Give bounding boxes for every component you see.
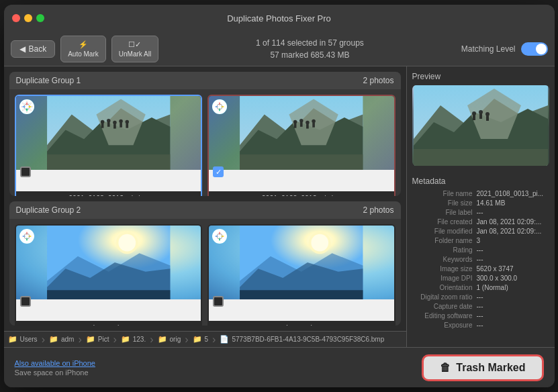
svg-point-15: [19, 99, 34, 114]
metadata-row: Digital zoom ratio ---: [412, 293, 549, 301]
bottom-left: Also available on iPhone Save space on i…: [15, 359, 95, 377]
svg-point-42: [311, 234, 328, 252]
svg-rect-52: [414, 149, 548, 166]
svg-rect-37: [47, 290, 170, 299]
duplicate-group-1: Duplicate Group 1 2 photos: [9, 72, 401, 196]
meta-key: Editing software: [412, 312, 473, 320]
meta-key: Capture date: [412, 303, 473, 310]
photo-preview-svg: [16, 96, 201, 170]
right-panel: Preview: [407, 66, 555, 347]
trash-marked-button[interactable]: 🗑 Trash Marked: [422, 354, 543, 381]
photo-app-icon-4: [212, 229, 227, 244]
meta-value: ---: [477, 256, 549, 263]
titlebar: Duplicate Photos Fixer Pro: [4, 5, 555, 32]
unmark-all-button[interactable]: ☐✓ UnMark All: [111, 36, 158, 62]
duplicate-group-2: Duplicate Group 2 2 photos: [9, 201, 401, 326]
group-1-photos: 2021_0108_0013_pic.jpg Jan 08, 2021 14.6…: [9, 89, 401, 196]
photo-checkbox-3[interactable]: [20, 296, 31, 307]
meta-key: File size: [412, 199, 473, 207]
preview-label: Preview: [412, 72, 549, 81]
photo-item[interactable]: 2021_0108_0013_pic.jpg Jan 08, 2021 14.6…: [15, 95, 203, 196]
svg-rect-54: [473, 115, 475, 120]
meta-value: ---: [477, 322, 549, 329]
photo-white-space: [16, 299, 201, 321]
photo-item[interactable]: sky_sun.jpg Jan 10, 2021: [207, 224, 396, 326]
back-button[interactable]: ◀ Back: [11, 40, 56, 58]
preview-image: [412, 85, 549, 166]
metadata-row: Image DPI 300.0 x 300.0: [412, 275, 549, 282]
metadata-row: Capture date ---: [412, 303, 549, 310]
meta-value: ---: [477, 312, 549, 320]
photo-checkbox-4[interactable]: [213, 296, 224, 307]
meta-value: ---: [477, 209, 549, 216]
photo-item[interactable]: 2021_0108_0013_pic.jpg Jan 08, 2021 14.6…: [207, 95, 396, 196]
svg-rect-45: [240, 290, 363, 299]
svg-rect-56: [479, 113, 482, 119]
meta-value: ---: [477, 246, 549, 254]
metadata-row: File created Jan 08, 2021 02:09:...: [412, 218, 549, 226]
meta-key: File created: [412, 218, 473, 226]
svg-point-30: [212, 99, 227, 114]
meta-value: ---: [477, 293, 549, 301]
folder-icon-adm: 📁: [49, 335, 58, 344]
main-content: Duplicate Group 1 2 photos: [4, 66, 555, 347]
metadata-row: File label ---: [412, 209, 549, 216]
metadata-row: Rating ---: [412, 246, 549, 254]
svg-rect-4: [47, 154, 170, 170]
svg-point-38: [19, 229, 34, 244]
meta-value: 300.0 x 300.0: [477, 275, 549, 282]
photo-white-space: [209, 299, 394, 321]
auto-mark-icon: ⚡: [79, 40, 88, 49]
svg-rect-8: [107, 122, 109, 127]
meta-key: Exposure: [412, 322, 473, 329]
close-button[interactable]: [12, 14, 20, 22]
photo-checkbox-checked[interactable]: ✓: [213, 166, 224, 177]
metadata-rows: File name 2021_0108_0013_pi... File size…: [412, 190, 549, 329]
svg-point-46: [212, 229, 227, 244]
meta-key: Folder name: [412, 237, 473, 244]
photo-item[interactable]: sky_sun.jpg Jan 10, 2021: [15, 224, 203, 326]
toolbar: ◀ Back ⚡ Auto Mark ☐✓ UnMark All 1 of 11…: [4, 32, 555, 66]
toggle-thumb: [536, 44, 547, 54]
photo-app-icon-2: [212, 99, 227, 114]
meta-value: 14.61 MB: [477, 199, 549, 207]
photo-checkbox[interactable]: [20, 166, 31, 177]
meta-value: Jan 08, 2021 02:09:...: [477, 228, 549, 235]
auto-mark-button[interactable]: ⚡ Auto Mark: [60, 36, 106, 62]
svg-rect-10: [113, 124, 116, 128]
photo-app-icon: [19, 99, 34, 114]
iphone-link[interactable]: Also available on iPhone: [15, 359, 95, 367]
meta-key: Orientation: [412, 284, 473, 291]
meta-key: File label: [412, 209, 473, 216]
photo-thumbnail-sun-2: [209, 226, 394, 299]
svg-rect-29: [312, 122, 315, 127]
maximize-button[interactable]: [36, 14, 44, 22]
metadata-row: File modified Jan 08, 2021 02:09:...: [412, 228, 549, 235]
photo-thumbnail: [16, 96, 201, 170]
meta-key: File modified: [412, 228, 473, 235]
svg-point-34: [118, 234, 136, 252]
matching-level-control: Matching Level: [461, 42, 548, 56]
unmark-icon: ☐✓: [128, 40, 141, 49]
svg-rect-23: [294, 123, 297, 128]
metadata-row: File size 14.61 MB: [412, 199, 549, 207]
meta-key: Image DPI: [412, 275, 473, 282]
trash-icon: 🗑: [440, 362, 451, 374]
metadata-row: Orientation 1 (Normal): [412, 284, 549, 291]
photo-label-area-dup: 2021_0108_0013_pic.jpg Jan 08, 2021 14.6…: [209, 191, 394, 196]
svg-rect-27: [306, 124, 309, 128]
meta-value: 2021_0108_0013_pi...: [477, 190, 549, 197]
minimize-button[interactable]: [24, 14, 32, 22]
metadata-section: Metadata File name 2021_0108_0013_pi... …: [407, 171, 555, 347]
meta-value: 1 (Normal): [477, 284, 549, 291]
photo-white-space: [16, 170, 201, 191]
matching-level-toggle[interactable]: [521, 42, 548, 56]
metadata-row: Folder name 3: [412, 237, 549, 244]
meta-value: ---: [477, 303, 549, 310]
photo-preview-svg-2: [209, 96, 394, 170]
left-panel: Duplicate Group 1 2 photos: [4, 66, 407, 347]
meta-key: Digital zoom ratio: [412, 293, 473, 301]
preview-section: Preview: [407, 66, 555, 171]
photo-thumbnail-sun: [16, 226, 201, 299]
svg-rect-58: [486, 115, 489, 121]
